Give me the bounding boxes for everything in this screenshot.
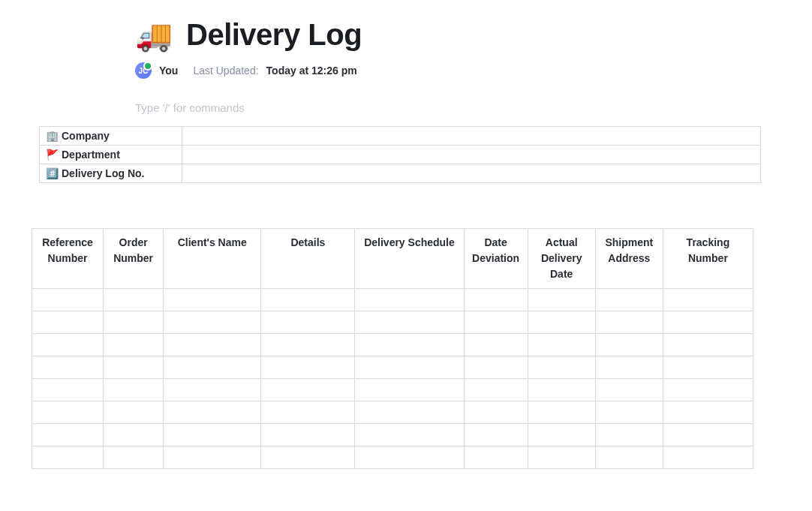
table-cell[interactable] (355, 334, 464, 356)
table-cell[interactable] (355, 401, 464, 424)
table-cell[interactable] (104, 311, 164, 334)
table-cell[interactable] (663, 379, 753, 401)
table-cell[interactable] (595, 379, 663, 401)
table-cell[interactable] (104, 401, 164, 424)
table-cell[interactable] (104, 379, 164, 401)
column-header[interactable]: Date Deviation (464, 229, 528, 289)
table-cell[interactable] (464, 356, 528, 379)
table-cell[interactable] (32, 379, 104, 401)
table-cell[interactable] (261, 379, 355, 401)
table-cell[interactable] (261, 446, 355, 469)
table-cell[interactable] (32, 334, 104, 356)
table-cell[interactable] (595, 311, 663, 334)
table-cell[interactable] (595, 424, 663, 446)
table-cell[interactable] (164, 356, 261, 379)
column-header[interactable]: Shipment Address (595, 229, 663, 289)
table-cell[interactable] (464, 379, 528, 401)
avatar[interactable]: JC (135, 62, 152, 79)
table-cell[interactable] (663, 446, 753, 469)
table-row (32, 424, 753, 446)
table-row (32, 334, 753, 356)
info-table: 🏢Company🚩Department#️⃣Delivery Log No. (39, 126, 761, 183)
info-label-cell[interactable]: 🏢Company (40, 127, 182, 146)
info-table-row: #️⃣Delivery Log No. (40, 164, 761, 183)
table-header-row: Reference NumberOrder NumberClient's Nam… (32, 229, 753, 289)
info-label-cell[interactable]: 🚩Department (40, 146, 182, 164)
table-cell[interactable] (104, 424, 164, 446)
table-cell[interactable] (261, 356, 355, 379)
company-icon: 🏢 (46, 130, 59, 142)
table-cell[interactable] (663, 289, 753, 311)
table-cell[interactable] (32, 424, 104, 446)
commands-input[interactable]: Type '/' for commands (135, 101, 767, 114)
table-cell[interactable] (355, 379, 464, 401)
table-cell[interactable] (528, 356, 595, 379)
table-cell[interactable] (595, 334, 663, 356)
table-cell[interactable] (261, 289, 355, 311)
table-row (32, 401, 753, 424)
table-cell[interactable] (464, 289, 528, 311)
page-title[interactable]: Delivery Log (186, 18, 362, 52)
table-cell[interactable] (528, 334, 595, 356)
table-cell[interactable] (663, 334, 753, 356)
table-cell[interactable] (164, 334, 261, 356)
table-row (32, 446, 753, 469)
table-cell[interactable] (528, 311, 595, 334)
table-cell[interactable] (355, 311, 464, 334)
table-cell[interactable] (595, 401, 663, 424)
table-cell[interactable] (595, 289, 663, 311)
table-cell[interactable] (104, 334, 164, 356)
table-cell[interactable] (355, 356, 464, 379)
column-header[interactable]: Delivery Schedule (355, 229, 464, 289)
table-cell[interactable] (464, 446, 528, 469)
table-cell[interactable] (164, 289, 261, 311)
info-value-cell[interactable] (182, 146, 761, 164)
table-cell[interactable] (261, 311, 355, 334)
table-cell[interactable] (528, 446, 595, 469)
table-cell[interactable] (355, 446, 464, 469)
table-cell[interactable] (32, 356, 104, 379)
column-header[interactable]: Order Number (104, 229, 164, 289)
table-cell[interactable] (355, 289, 464, 311)
table-cell[interactable] (464, 424, 528, 446)
info-value-cell[interactable] (182, 164, 761, 183)
column-header[interactable]: Details (261, 229, 355, 289)
truck-icon[interactable]: 🚚 (135, 20, 173, 50)
column-header[interactable]: Client's Name (164, 229, 261, 289)
table-cell[interactable] (261, 424, 355, 446)
info-label-cell[interactable]: #️⃣Delivery Log No. (40, 164, 182, 183)
table-cell[interactable] (164, 379, 261, 401)
table-cell[interactable] (104, 356, 164, 379)
table-cell[interactable] (164, 446, 261, 469)
table-cell[interactable] (464, 401, 528, 424)
table-cell[interactable] (528, 424, 595, 446)
table-cell[interactable] (104, 446, 164, 469)
table-cell[interactable] (32, 446, 104, 469)
author-name: You (159, 65, 178, 77)
table-cell[interactable] (528, 379, 595, 401)
table-cell[interactable] (261, 401, 355, 424)
table-cell[interactable] (528, 289, 595, 311)
table-cell[interactable] (32, 401, 104, 424)
table-cell[interactable] (32, 311, 104, 334)
info-value-cell[interactable] (182, 127, 761, 146)
table-cell[interactable] (663, 356, 753, 379)
table-cell[interactable] (32, 289, 104, 311)
column-header[interactable]: Tracking Number (663, 229, 753, 289)
table-cell[interactable] (164, 424, 261, 446)
table-cell[interactable] (663, 401, 753, 424)
table-cell[interactable] (663, 424, 753, 446)
column-header[interactable]: Actual Delivery Date (528, 229, 595, 289)
table-cell[interactable] (464, 334, 528, 356)
table-cell[interactable] (528, 401, 595, 424)
table-cell[interactable] (355, 424, 464, 446)
table-cell[interactable] (261, 334, 355, 356)
table-cell[interactable] (104, 289, 164, 311)
table-cell[interactable] (663, 311, 753, 334)
table-cell[interactable] (464, 311, 528, 334)
table-cell[interactable] (595, 356, 663, 379)
table-cell[interactable] (164, 401, 261, 424)
column-header[interactable]: Reference Number (32, 229, 104, 289)
table-cell[interactable] (164, 311, 261, 334)
table-cell[interactable] (595, 446, 663, 469)
